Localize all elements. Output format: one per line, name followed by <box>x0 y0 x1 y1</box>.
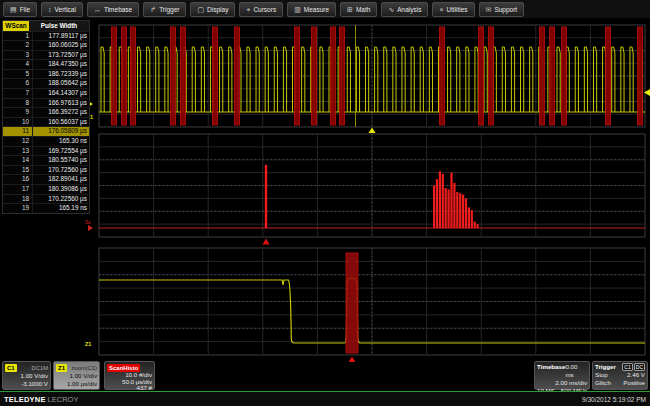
row-index: 19 <box>3 204 32 213</box>
pulse-width-value: 182.89041 µs <box>32 175 89 184</box>
zoom-event-marker[interactable] <box>349 357 356 363</box>
c1-badge: C1 <box>5 364 17 372</box>
pulse-width-value: 160.06025 µs <box>32 41 89 50</box>
table-row[interactable]: 13169.72554 µs <box>3 146 89 156</box>
trigger-type: Glitch <box>595 379 611 387</box>
table-row[interactable]: 2160.06025 µs <box>3 40 89 50</box>
table-row[interactable]: 17180.39086 µs <box>3 184 89 194</box>
wavescan-table[interactable]: WScan Pulse Width 1177.89117 µs2160.0602… <box>2 20 90 214</box>
table-row[interactable]: 3173.72507 µs <box>3 50 89 60</box>
table-row[interactable]: 5186.72339 µs <box>3 69 89 79</box>
row-index: 11 <box>3 127 32 136</box>
pulse-width-value: 164.14307 µs <box>32 89 89 98</box>
timebase-offset: 0.00 ms <box>565 363 587 379</box>
table-row[interactable]: 14180.55740 µs <box>3 155 89 165</box>
pulse-width-column-header: Pulse Width <box>29 21 89 31</box>
c1-vdiv: 1.00 V/div <box>5 372 48 380</box>
zoomed-scan-event-bar <box>346 253 358 353</box>
z1-source: zoom(C1) <box>72 364 97 372</box>
brand-logo: TELEDYNELECROY <box>4 395 78 404</box>
scanhisto-descriptor[interactable]: ScanHisto 10.0 #/div 50.0 µs/div 437 # <box>104 361 155 390</box>
table-row[interactable]: 18170.22560 µs <box>3 194 89 204</box>
trigger-time-marker[interactable] <box>369 128 376 134</box>
histogram-trace-label: Sc <box>85 219 91 225</box>
pulse-width-value: 165.19 ns <box>32 204 89 213</box>
pulse-width-value: 176.05809 µs <box>32 127 89 136</box>
wavescan-table-header: WScan Pulse Width <box>3 21 89 31</box>
pulse-width-value: 165.30 ns <box>32 137 89 146</box>
pulse-width-value: 180.39086 µs <box>32 185 89 194</box>
row-index: 13 <box>3 147 32 156</box>
pulse-width-value: 186.72339 µs <box>32 70 89 79</box>
table-row[interactable]: 11176.05809 µs <box>3 126 89 136</box>
row-index: 14 <box>3 156 32 165</box>
trigger-title: Trigger <box>595 363 616 371</box>
table-row[interactable]: 16182.89041 µs <box>3 174 89 184</box>
z1-vdiv: 1.00 V/div <box>56 372 97 380</box>
trigger-slope: Positive <box>623 379 645 387</box>
row-index: 6 <box>3 79 32 88</box>
z1-trace-label: Z1 <box>85 341 91 347</box>
histogram-baseline-marker <box>88 225 93 231</box>
brand-lecroy: LECROY <box>48 395 79 404</box>
pulse-width-value: 169.72554 µs <box>32 147 89 156</box>
pulse-width-value: 170.22560 µs <box>32 195 89 204</box>
table-row[interactable]: 19165.19 ns <box>3 203 89 213</box>
pulse-width-value: 166.97613 µs <box>32 99 89 108</box>
row-index: 16 <box>3 175 32 184</box>
pulse-width-value: 170.72560 µs <box>32 166 89 175</box>
row-index: 2 <box>3 41 32 50</box>
row-index: 9 <box>3 108 32 117</box>
oscilloscope-window: ▤File↕Vertical↔Timebase↱Trigger▢Display⌖… <box>0 0 650 406</box>
pulse-width-value: 173.72507 µs <box>32 51 89 60</box>
row-index: 1 <box>3 32 32 41</box>
histogram-grid <box>99 134 645 237</box>
trigger-level: 2.46 V <box>627 371 645 379</box>
selected-event-marker[interactable] <box>263 239 270 245</box>
zoom-grid <box>99 248 645 355</box>
trigger-source-badge: C1 <box>622 363 632 371</box>
brand-teledyne: TELEDYNE <box>4 395 46 404</box>
table-row[interactable]: 6188.05642 µs <box>3 78 89 88</box>
z1-badge: Z1 <box>56 364 67 372</box>
table-row[interactable]: 10160.56037 µs <box>3 117 89 127</box>
wavescan-title[interactable]: WScan <box>3 21 29 31</box>
c1-coupling: DC1M <box>32 364 48 372</box>
timebase-title: Timebase <box>537 363 565 379</box>
datetime-display: 9/30/2012 5:19:02 PM <box>582 396 646 403</box>
z1-tdiv: 1.00 µs/div <box>56 380 97 388</box>
row-index: 8 <box>3 99 32 108</box>
pulse-width-value: 184.47350 µs <box>32 60 89 69</box>
c1-channel-descriptor[interactable]: C1 DC1M 1.00 V/div -3.1000 V <box>2 361 51 390</box>
table-row[interactable]: 8166.97613 µs <box>3 98 89 108</box>
pulse-width-value: 160.56037 µs <box>32 118 89 127</box>
row-index: 15 <box>3 166 32 175</box>
pulse-width-value: 180.55740 µs <box>32 156 89 165</box>
c1-offset: -3.1000 V <box>5 380 48 388</box>
pulse-width-value: 177.89117 µs <box>32 32 89 41</box>
z1-zoom-descriptor[interactable]: Z1 zoom(C1) 1.00 V/div 1.00 µs/div <box>53 361 100 390</box>
table-row[interactable]: 4184.47350 µs <box>3 59 89 69</box>
row-index: 10 <box>3 118 32 127</box>
status-bar: TELEDYNELECROY 9/30/2012 5:19:02 PM <box>0 392 650 406</box>
row-index: 18 <box>3 195 32 204</box>
timebase-descriptor[interactable]: Timebase 0.00 ms 2.00 ms/div 10 MS 500 M… <box>534 361 590 390</box>
row-index: 7 <box>3 89 32 98</box>
trigger-coupling-badge: DC <box>634 363 645 371</box>
table-row[interactable]: 15170.72560 µs <box>3 165 89 175</box>
table-row[interactable]: 1177.89117 µs <box>3 31 89 41</box>
table-row[interactable]: 9166.39272 µs <box>3 107 89 117</box>
timebase-scale: 2.00 ms/div <box>537 379 587 387</box>
row-index: 5 <box>3 70 32 79</box>
trigger-descriptor[interactable]: Trigger C1DC Stop 2.46 V Glitch Positive <box>592 361 648 390</box>
waveform-display-area[interactable]: C1ScZ1 <box>0 0 650 406</box>
trigger-mode: Stop <box>595 371 608 379</box>
row-index: 17 <box>3 185 32 194</box>
table-row[interactable]: 7164.14307 µs <box>3 88 89 98</box>
row-index: 3 <box>3 51 32 60</box>
row-index: 4 <box>3 60 32 69</box>
table-row[interactable]: 12165.30 ns <box>3 136 89 146</box>
pulse-width-value: 188.05642 µs <box>32 79 89 88</box>
pulse-width-value: 166.39272 µs <box>32 108 89 117</box>
row-index: 12 <box>3 137 32 146</box>
